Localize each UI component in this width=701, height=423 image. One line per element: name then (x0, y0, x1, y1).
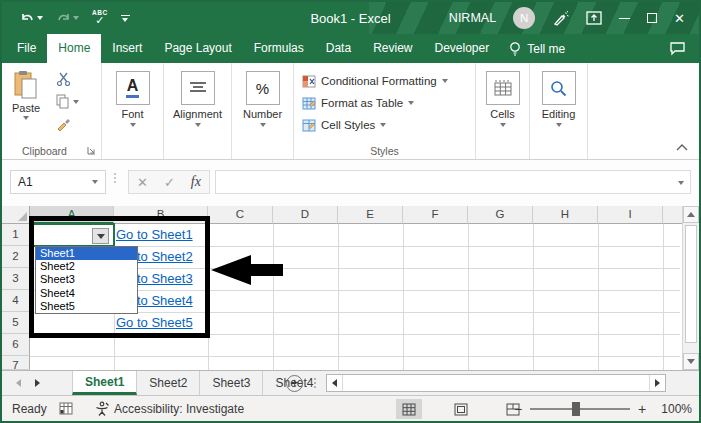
collapse-ribbon-icon[interactable] (676, 144, 688, 151)
scroll-down-button[interactable] (683, 353, 699, 370)
tab-file[interactable]: File (6, 34, 47, 63)
vertical-scrollbar-thumb[interactable] (685, 225, 697, 343)
tab-insert[interactable]: Insert (101, 34, 153, 63)
undo-caret-icon[interactable] (37, 16, 43, 20)
format-as-table-button[interactable]: Format as Table (294, 92, 475, 114)
ribbon-display-options-icon[interactable] (586, 11, 602, 25)
paste-icon (13, 70, 39, 100)
bar-icon (121, 15, 130, 16)
triangle-left-icon (332, 379, 337, 387)
customize-quick-access-button[interactable] (121, 15, 130, 22)
row-header-7[interactable]: 7 (2, 356, 30, 370)
tab-home[interactable]: Home (47, 34, 101, 63)
next-sheet-icon[interactable] (35, 379, 40, 387)
tell-me-box[interactable]: Tell me (500, 34, 574, 63)
page-layout-view-button[interactable] (448, 399, 474, 419)
formula-bar-separator (114, 173, 116, 183)
close-button[interactable]: ✕ (674, 11, 685, 26)
copy-button[interactable] (56, 94, 79, 109)
sheet-tab-sheet3[interactable]: Sheet3 (200, 371, 263, 395)
tab-data[interactable]: Data (315, 34, 362, 63)
name-box[interactable]: A1 (10, 170, 106, 194)
cut-button[interactable] (56, 72, 71, 90)
feedback-button[interactable] (669, 41, 686, 60)
formula-buttons: ✕ ✓ fx (128, 170, 210, 194)
cells-icon (486, 71, 520, 105)
paste-button[interactable]: Paste (12, 70, 40, 120)
row-header-5[interactable]: 5 (2, 312, 30, 334)
new-sheet-button[interactable]: + (286, 375, 303, 392)
cells-button[interactable]: Cells (476, 63, 529, 139)
accessibility-status[interactable]: Accessibility: Investigate (114, 402, 244, 416)
maximize-button[interactable] (647, 13, 657, 23)
conditional-formatting-button[interactable]: Conditional Formatting (294, 70, 475, 92)
zoom-slider-thumb[interactable] (572, 402, 580, 416)
tell-me-label: Tell me (527, 42, 565, 56)
tab-page-layout[interactable]: Page Layout (153, 34, 242, 63)
column-header-d[interactable]: D (273, 206, 338, 224)
row-header-6[interactable]: 6 (2, 334, 30, 356)
comment-icon (669, 41, 686, 56)
ink-pen-icon[interactable] (552, 11, 569, 26)
status-bar: Ready Accessibility: Investigate − + 100… (2, 395, 699, 421)
font-icon: A (116, 71, 150, 105)
styles-group-label: Styles (294, 145, 475, 157)
ribbon-tab-bar: File Home Insert Page Layout Formulas Da… (2, 34, 699, 63)
font-button[interactable]: A Font (102, 63, 163, 139)
zoom-slider-track[interactable] (530, 408, 630, 410)
name-box-caret-icon[interactable] (92, 180, 98, 184)
column-header-f[interactable]: F (403, 206, 468, 224)
zoom-level[interactable]: 100% (661, 402, 692, 416)
undo-button[interactable] (20, 12, 43, 25)
row-header-1[interactable]: 1 (2, 224, 30, 246)
tab-review[interactable]: Review (362, 34, 423, 63)
horizontal-scrollbar[interactable] (326, 374, 666, 392)
formula-input[interactable] (215, 170, 691, 194)
spelling-check-button[interactable]: ABC ✓ (92, 10, 108, 27)
formula-expand-caret-icon[interactable] (678, 181, 684, 185)
tab-formulas[interactable]: Formulas (243, 34, 315, 63)
vertical-scrollbar[interactable] (682, 206, 699, 370)
column-header-h[interactable]: H (533, 206, 598, 224)
sheet-tabs: Sheet1 Sheet2 Sheet3 Sheet4 ... (72, 371, 346, 395)
column-header-i[interactable]: I (598, 206, 663, 224)
avatar[interactable]: N (513, 7, 535, 29)
zoom-in-button[interactable]: + (638, 401, 646, 417)
paste-caret-icon (23, 116, 29, 120)
copy-caret-icon (73, 100, 79, 104)
column-header-e[interactable]: E (338, 206, 403, 224)
scroll-up-button[interactable] (683, 206, 699, 223)
alignment-button[interactable]: Alignment (164, 63, 231, 139)
clipboard-dialog-launcher-icon[interactable] (87, 146, 96, 155)
zoom-out-button[interactable]: − (514, 401, 522, 417)
editing-button[interactable]: Editing (530, 63, 587, 139)
sheet-tab-sheet2[interactable]: Sheet2 (137, 371, 200, 395)
column-header-g[interactable]: G (468, 206, 533, 224)
column-header-c[interactable]: C (208, 206, 273, 224)
accessibility-checker-button[interactable] (94, 401, 110, 419)
insert-function-icon[interactable]: fx (191, 174, 201, 190)
scroll-right-button[interactable] (649, 375, 665, 391)
gridline (30, 356, 680, 357)
redo-caret-icon (73, 16, 79, 20)
minimize-button[interactable] (619, 18, 630, 19)
sheet-tab-sheet1[interactable]: Sheet1 (72, 371, 137, 395)
row-header-2[interactable]: 2 (2, 246, 30, 268)
select-all-button[interactable] (2, 206, 30, 224)
cancel-entry-icon[interactable]: ✕ (137, 175, 148, 190)
cell-styles-button[interactable]: Cell Styles (294, 114, 475, 136)
row-header-3[interactable]: 3 (2, 268, 30, 290)
tab-developer[interactable]: Developer (424, 34, 501, 63)
previous-sheet-icon[interactable] (16, 379, 21, 387)
user-name[interactable]: NIRMAL (449, 11, 496, 25)
cell-styles-icon (302, 119, 316, 132)
row-header-4[interactable]: 4 (2, 290, 30, 312)
confirm-entry-icon[interactable]: ✓ (164, 175, 175, 190)
number-button[interactable]: % Number (232, 63, 293, 139)
scroll-left-button[interactable] (327, 375, 343, 391)
format-painter-button[interactable] (56, 117, 72, 136)
macro-record-button[interactable] (59, 402, 73, 418)
sheetbar-separator (314, 378, 316, 388)
normal-view-button[interactable] (396, 399, 422, 419)
worksheet-grid[interactable]: A B C D E F G H I 1 2 3 4 5 6 7 (2, 206, 699, 370)
